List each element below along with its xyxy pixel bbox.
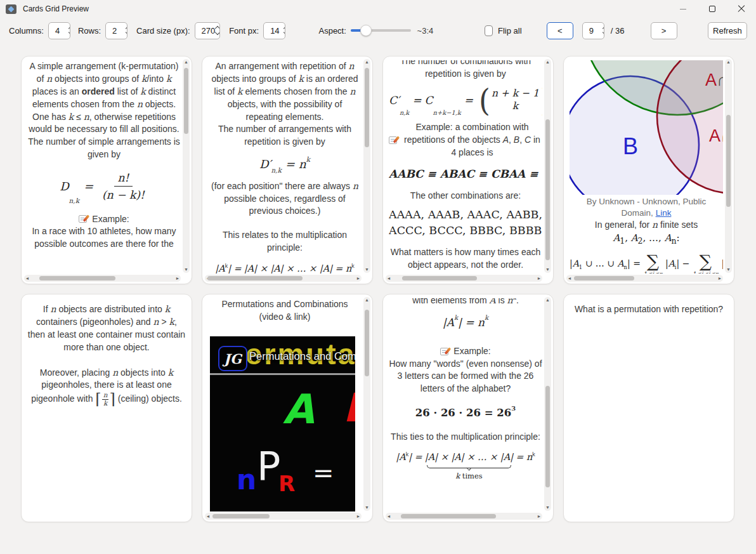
toolbar: Columns: 4 Rows: 2 Card size (px): 270 F… — [0, 18, 756, 43]
columns-value[interactable]: 4 — [49, 23, 67, 39]
image-credit: By Unknown - Unknown, Public Domain, Lin… — [570, 196, 723, 219]
next-page-button[interactable]: > — [651, 22, 677, 39]
scrollbar-thumb[interactable] — [365, 68, 369, 147]
credit-link[interactable]: Link — [656, 208, 672, 218]
card-7-vertical-scrollbar[interactable]: ▲ ▼ — [544, 297, 551, 511]
venn-diagram-image: B A∩B A∩ — [570, 60, 723, 195]
scroll-down-icon[interactable]: ▼ — [544, 505, 551, 511]
columns-spinner[interactable]: 4 — [48, 22, 70, 39]
memo-icon — [440, 348, 448, 355]
card-size-value[interactable]: 270 — [195, 23, 213, 39]
scroll-right-icon[interactable]: ► — [174, 275, 181, 282]
card-5[interactable]: If n objects are distributed into k cont… — [21, 294, 192, 522]
scrollbar-thumb[interactable] — [545, 386, 550, 487]
flip-all-checkbox[interactable] — [485, 25, 493, 36]
scroll-right-icon[interactable]: ► — [355, 275, 362, 282]
scroll-right-icon[interactable]: ► — [536, 275, 542, 282]
formula-multiplication-principle: |Ak | = |A| × |A| × … × |A| k times = nk — [389, 451, 542, 481]
scroll-right-icon[interactable]: ► — [717, 275, 723, 282]
card-6-vertical-scrollbar[interactable]: ▲ ▼ — [363, 297, 370, 511]
close-button[interactable] — [727, 0, 756, 18]
card-7-horizontal-scrollbar[interactable]: ◄ ► — [386, 513, 542, 520]
app-icon — [6, 4, 16, 14]
refresh-button[interactable]: Refresh — [708, 22, 747, 39]
video-title-line2: (video & link) — [208, 311, 362, 324]
scroll-down-icon[interactable]: ▼ — [363, 267, 370, 273]
scrollbar-thumb[interactable] — [365, 310, 369, 376]
scroll-left-icon[interactable]: ◄ — [205, 513, 211, 520]
card-3-vertical-scrollbar[interactable]: ▲ ▼ — [544, 59, 551, 273]
scroll-left-icon[interactable]: ◄ — [566, 275, 573, 282]
card-3[interactable]: The number of combinations with repetiti… — [382, 56, 554, 284]
font-px-spinner[interactable]: 14 — [263, 22, 285, 39]
video-thumbnail[interactable]: ermuta Permutations and Com JG A B n P R… — [210, 336, 355, 511]
card-size-spinner[interactable]: 270 — [195, 22, 221, 39]
page-value[interactable]: 9 — [583, 23, 601, 39]
card-2-vertical-scrollbar[interactable]: ▲ ▼ — [363, 59, 370, 273]
scroll-down-icon[interactable]: ▼ — [725, 267, 732, 273]
scrollbar-thumb[interactable] — [402, 276, 477, 280]
scroll-right-icon[interactable]: ► — [536, 513, 542, 520]
card-2-horizontal-scrollbar[interactable]: ◄ ► — [205, 275, 362, 282]
scroll-left-icon[interactable]: ◄ — [386, 275, 392, 282]
scroll-up-icon[interactable]: ▲ — [183, 59, 190, 65]
scrollbar-thumb[interactable] — [184, 68, 188, 134]
scroll-down-icon[interactable]: ▼ — [544, 267, 551, 273]
card-1[interactable]: A simple arrangement (k-permutation) of … — [21, 56, 192, 284]
scrollbar-thumb[interactable] — [207, 276, 303, 280]
memo-icon — [79, 215, 87, 223]
scroll-up-icon[interactable]: ▲ — [363, 297, 370, 303]
card-paragraph: A simple arrangement (k-permutation) of … — [27, 60, 181, 111]
card-7[interactable]: with elements from A is nk. |Ak | = nk E… — [382, 294, 554, 522]
spin-down-icon[interactable] — [284, 30, 286, 35]
scroll-left-icon[interactable]: ◄ — [24, 275, 30, 282]
scroll-up-icon[interactable]: ▲ — [363, 59, 370, 65]
aspect-slider[interactable] — [351, 29, 411, 32]
card-1-vertical-scrollbar[interactable]: ▲ ▼ — [183, 59, 190, 273]
page-spinner[interactable]: 9 — [582, 22, 604, 39]
scroll-up-icon[interactable]: ▲ — [544, 297, 551, 303]
rows-spinner[interactable]: 2 — [105, 22, 127, 39]
scrollbar-thumb[interactable] — [39, 276, 115, 280]
card-2[interactable]: An arrangement with repetition of n obje… — [202, 56, 373, 284]
card-4[interactable]: B A∩B A∩ By Unknown - Unknown, Public Do… — [563, 56, 734, 284]
scroll-up-icon[interactable]: ▲ — [544, 59, 551, 65]
ceiling-line: pigeonhole with ⌈ nk ⌉ (ceiling) objects… — [27, 392, 186, 407]
card-4-horizontal-scrollbar[interactable]: ◄ ► — [566, 275, 723, 282]
scroll-left-icon[interactable]: ◄ — [386, 513, 392, 520]
jg-logo: JG — [218, 346, 247, 371]
minimize-button[interactable] — [668, 0, 698, 18]
example-heading: Example: — [27, 213, 181, 226]
font-px-value[interactable]: 14 — [264, 23, 282, 39]
scrollbar-thumb[interactable] — [401, 514, 496, 518]
maximize-button[interactable] — [698, 0, 727, 18]
prev-page-button[interactable]: < — [547, 22, 573, 39]
thumbnail-letter-p: P — [257, 443, 280, 489]
scroll-up-icon[interactable]: ▲ — [725, 59, 732, 65]
maximize-icon — [709, 6, 715, 12]
slider-thumb[interactable] — [360, 25, 372, 36]
spin-down-icon[interactable] — [68, 30, 70, 35]
card-6-horizontal-scrollbar[interactable]: ◄ ► — [205, 513, 362, 520]
scroll-down-icon[interactable]: ▼ — [183, 267, 190, 273]
spin-down-icon[interactable] — [126, 30, 127, 35]
spin-down-icon[interactable] — [603, 30, 604, 35]
rows-value[interactable]: 2 — [106, 23, 124, 39]
card-paragraph: The other combinations are: — [389, 190, 542, 202]
scroll-down-icon[interactable]: ▼ — [363, 505, 370, 511]
scrollbar-thumb[interactable] — [212, 514, 270, 518]
card-1-horizontal-scrollbar[interactable]: ◄ ► — [24, 275, 181, 282]
example-heading: Example: — [389, 345, 542, 358]
scroll-right-icon[interactable]: ► — [355, 513, 362, 520]
scrollbar-thumb[interactable] — [726, 115, 731, 207]
scrollbar-thumb[interactable] — [574, 276, 634, 280]
card-3-horizontal-scrollbar[interactable]: ◄ ► — [386, 275, 542, 282]
card-5-content: If n objects are distributed into k cont… — [27, 298, 186, 517]
card-8[interactable]: What is a permutation with repetition? — [563, 294, 734, 522]
card-paragraph: An arrangement with repetition of n obje… — [208, 60, 362, 123]
card-8-content: What is a permutation with repetition? — [570, 298, 728, 517]
card-6[interactable]: Permutations and Combinations (video & l… — [202, 294, 373, 522]
card-4-vertical-scrollbar[interactable]: ▲ ▼ — [725, 59, 732, 273]
scrollbar-thumb[interactable] — [545, 119, 550, 260]
spin-down-icon[interactable] — [214, 30, 219, 35]
